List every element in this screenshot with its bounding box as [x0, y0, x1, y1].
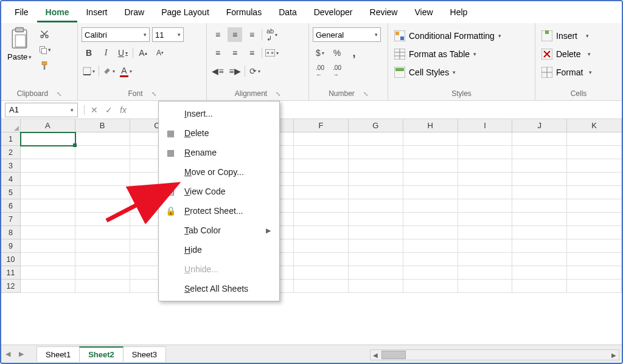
cell-styles-button[interactable]: Cell Styles▾ — [392, 64, 531, 80]
menu-developer[interactable]: Developer — [305, 5, 361, 22]
select-all-cells[interactable] — [1, 119, 21, 132]
cell[interactable] — [21, 226, 75, 239]
cell[interactable] — [512, 266, 567, 280]
cell[interactable] — [403, 239, 458, 253]
cell[interactable] — [458, 159, 513, 173]
cell[interactable] — [349, 266, 403, 280]
cell[interactable] — [512, 280, 567, 293]
cell[interactable] — [567, 253, 622, 266]
cell[interactable] — [75, 132, 130, 146]
cell[interactable] — [21, 266, 75, 280]
ctx-hide[interactable]: Hide — [159, 240, 279, 259]
increase-indent-button[interactable]: ≡▶ — [228, 64, 242, 78]
format-cells-button[interactable]: Format▾ — [539, 64, 618, 80]
align-bottom-button[interactable]: ≡ — [245, 27, 259, 42]
column-header[interactable]: I — [458, 119, 513, 132]
cell[interactable] — [567, 186, 622, 199]
align-center-button[interactable]: ≡ — [228, 46, 242, 60]
cell[interactable] — [75, 253, 130, 266]
sheet-tab[interactable]: Sheet3 — [123, 346, 166, 362]
cell[interactable] — [349, 173, 403, 186]
row-header[interactable]: 9 — [1, 239, 21, 253]
cell[interactable] — [512, 146, 567, 159]
row-header[interactable]: 11 — [1, 266, 21, 280]
cell[interactable] — [75, 199, 130, 213]
cell[interactable] — [349, 132, 403, 146]
row-header[interactable]: 3 — [1, 159, 21, 173]
cell[interactable] — [21, 199, 75, 213]
column-header[interactable]: J — [512, 119, 567, 132]
fx-button[interactable]: fx — [116, 105, 130, 115]
row-header[interactable]: 2 — [1, 146, 21, 159]
percent-button[interactable]: % — [330, 46, 344, 60]
align-top-button[interactable]: ≡ — [211, 27, 225, 42]
horizontal-scrollbar[interactable]: ◀▶ — [370, 349, 619, 360]
cell[interactable] — [75, 186, 130, 199]
cell[interactable] — [458, 226, 513, 239]
cell[interactable] — [458, 146, 513, 159]
dialog-launcher-icon[interactable]: ⤡ — [151, 91, 156, 97]
cell[interactable] — [294, 159, 349, 173]
cell[interactable] — [403, 159, 458, 173]
row-header[interactable]: 7 — [1, 213, 21, 226]
cell[interactable] — [294, 146, 349, 159]
cell[interactable] — [349, 226, 403, 239]
menu-draw[interactable]: Draw — [116, 5, 153, 22]
increase-decimal-button[interactable]: .00← — [313, 64, 327, 78]
cell[interactable] — [567, 239, 622, 253]
cell[interactable] — [458, 132, 513, 146]
number-format-combo[interactable]: General▾ — [313, 27, 381, 42]
comma-button[interactable]: , — [347, 46, 361, 60]
cell[interactable] — [21, 280, 75, 293]
column-header[interactable]: G — [349, 119, 403, 132]
cell[interactable] — [512, 239, 567, 253]
column-header[interactable]: F — [294, 119, 349, 132]
tab-scroll-right[interactable]: ▶ — [15, 350, 28, 358]
ctx-select-all-sheets[interactable]: Select All Sheets — [159, 279, 279, 298]
cell[interactable] — [349, 253, 403, 266]
cell[interactable] — [349, 239, 403, 253]
menu-help[interactable]: Help — [442, 5, 476, 22]
column-header[interactable]: K — [567, 119, 622, 132]
decrease-decimal-button[interactable]: .00→ — [330, 64, 344, 78]
cell[interactable] — [458, 213, 513, 226]
cell[interactable] — [403, 146, 458, 159]
cell[interactable] — [567, 199, 622, 213]
row-header[interactable]: 10 — [1, 253, 21, 266]
copy-button[interactable]: ▾ — [38, 44, 51, 56]
cell[interactable] — [458, 239, 513, 253]
cell[interactable] — [403, 132, 458, 146]
cell[interactable] — [294, 266, 349, 280]
cell[interactable] — [567, 159, 622, 173]
cell[interactable] — [349, 159, 403, 173]
dialog-launcher-icon[interactable]: ⤡ — [363, 91, 368, 97]
ctx-insert[interactable]: Insert... — [159, 104, 279, 123]
cell[interactable] — [294, 226, 349, 239]
cell[interactable] — [512, 213, 567, 226]
cell[interactable] — [458, 173, 513, 186]
cell[interactable] — [403, 199, 458, 213]
cell[interactable] — [21, 186, 75, 199]
name-box[interactable]: A1▾ — [5, 103, 78, 117]
cell[interactable] — [512, 173, 567, 186]
cell[interactable] — [512, 132, 567, 146]
cell[interactable] — [403, 186, 458, 199]
cell[interactable] — [349, 146, 403, 159]
cell[interactable] — [294, 239, 349, 253]
cell[interactable] — [21, 239, 75, 253]
font-color-button[interactable]: A — [119, 64, 133, 78]
ctx-tab-color[interactable]: Tab Color▶ — [159, 221, 279, 240]
cell[interactable] — [567, 132, 622, 146]
menu-home[interactable]: Home — [37, 5, 78, 22]
cell[interactable] — [21, 159, 75, 173]
cell[interactable] — [75, 266, 130, 280]
column-header[interactable]: H — [403, 119, 458, 132]
align-middle-button[interactable]: ≡ — [228, 27, 242, 42]
insert-cells-button[interactable]: Insert▾ — [539, 28, 618, 44]
cell[interactable] — [458, 266, 513, 280]
ctx-delete[interactable]: ▦Delete — [159, 123, 279, 143]
wrap-text-button[interactable]: ab↲ — [265, 27, 279, 42]
align-right-button[interactable]: ≡ — [245, 46, 259, 60]
cell[interactable] — [403, 280, 458, 293]
tab-scroll-left[interactable]: ◀ — [1, 350, 15, 358]
